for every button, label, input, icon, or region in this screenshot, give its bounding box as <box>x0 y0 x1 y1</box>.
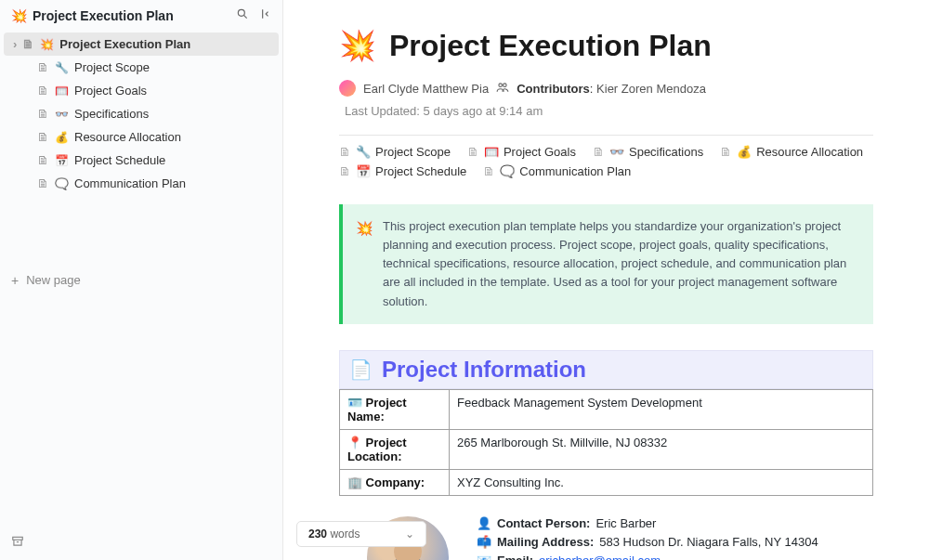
subpage-link[interactable]: 🗎🔧Project Scope <box>339 145 451 159</box>
section-heading: 📄 Project Information <box>339 350 873 389</box>
contact-field-icon: 👤 <box>477 516 491 530</box>
document-icon: 🗎 <box>37 107 49 121</box>
subpage-link[interactable]: 🗎🥅Project Goals <box>467 145 576 159</box>
document-icon: 🗎 <box>339 164 351 178</box>
subpage-label: Resource Allocation <box>756 145 863 159</box>
table-row: 📍 Project Location:265 Marlborough St. M… <box>340 429 873 469</box>
item-emoji-icon: 💰 <box>55 131 69 144</box>
item-emoji-icon: 👓 <box>55 108 69 121</box>
plus-icon: + <box>11 273 19 288</box>
sidebar-title[interactable]: 💥 Project Execution Plan <box>11 8 174 23</box>
subpage-emoji-icon: 💰 <box>737 145 752 159</box>
subpage-emoji-icon: 🥅 <box>484 145 499 159</box>
contact-field-icon: 📧 <box>477 553 491 560</box>
subpage-link[interactable]: 🗎📅Project Schedule <box>339 164 466 178</box>
new-page-label: New page <box>26 273 81 287</box>
table-value-cell: Feedback Management System Development <box>450 389 873 429</box>
item-emoji-icon: 🔧 <box>55 61 69 74</box>
sidebar-title-text: Project Execution Plan <box>33 8 174 23</box>
subpage-link[interactable]: 🗎🗨️Communication Plan <box>483 164 631 178</box>
sidebar: 💥 Project Execution Plan ›🗎💥Project Exec… <box>0 0 283 560</box>
collision-icon: 💥 <box>356 217 373 311</box>
page-title: Project Execution Plan <box>389 29 712 63</box>
sidebar-footer <box>0 526 282 560</box>
collision-icon: 💥 <box>11 8 27 23</box>
new-page-button[interactable]: + New page <box>0 266 282 295</box>
document-icon: 🗎 <box>37 60 49 74</box>
section-title: Project Information <box>382 357 586 383</box>
subpage-label: Project Schedule <box>375 164 466 178</box>
svg-line-1 <box>243 15 246 18</box>
sidebar-item[interactable]: 🗎🥅Project Goals <box>4 79 279 102</box>
contributors-icon <box>496 81 509 97</box>
document-icon: 🗎 <box>37 84 49 98</box>
document-icon: 🗎 <box>339 145 351 159</box>
subpage-emoji-icon: 🔧 <box>356 145 371 159</box>
subpages-list: 🗎🔧Project Scope🗎🥅Project Goals🗎👓Specific… <box>339 145 873 178</box>
word-count-toggle[interactable]: 230 words ⌄ <box>296 521 426 547</box>
document-icon: 🗎 <box>22 37 34 51</box>
contact-field-label: Mailing Address: <box>497 535 594 549</box>
sidebar-header-actions <box>236 7 271 23</box>
contact-field-value: 583 Hudson Dr. Niagara Falls, NY 14304 <box>599 535 818 549</box>
sidebar-item[interactable]: 🗎💰Resource Allocation <box>4 125 279 149</box>
table-label-cell: 🏢 Company: <box>340 469 450 495</box>
table-row: 🏢 Company:XYZ Consulting Inc. <box>340 469 873 495</box>
chevron-right-icon[interactable]: › <box>13 37 17 51</box>
subpage-emoji-icon: 👓 <box>609 145 624 159</box>
contributors-label: Contributors <box>517 82 590 96</box>
subpage-link[interactable]: 🗎💰Resource Allocation <box>720 145 863 159</box>
table-label-cell: 🪪 Project Name: <box>340 389 450 429</box>
collision-icon: 💥 <box>339 28 376 63</box>
sidebar-item[interactable]: 🗎🗨️Communication Plan <box>4 172 279 195</box>
callout-text: This project execution plan template hel… <box>383 217 860 311</box>
document-icon: 🗎 <box>593 145 605 159</box>
document-icon: 📄 <box>349 358 373 381</box>
callout: 💥 This project execution plan template h… <box>339 204 873 324</box>
sidebar-item[interactable]: 🗎👓Specifications <box>4 102 279 125</box>
page-meta: Earl Clyde Matthew Pia Contributors: Kie… <box>339 80 873 118</box>
contact-field-label: Email: <box>497 553 533 560</box>
chevron-down-icon: ⌄ <box>405 527 414 540</box>
sidebar-item-label: Specifications <box>74 107 149 121</box>
contact-line: 📫Mailing Address: 583 Hudson Dr. Niagara… <box>477 535 818 549</box>
contact-details: 👤Contact Person: Eric Barber📫Mailing Add… <box>477 516 818 560</box>
author-avatar <box>339 80 356 97</box>
contact-field-icon: 📫 <box>477 535 491 549</box>
word-count-number: 230 <box>308 527 327 540</box>
sidebar-item[interactable]: 🗎🔧Project Scope <box>4 56 279 79</box>
sidebar-item[interactable]: 🗎📅Project Schedule <box>4 149 279 172</box>
item-emoji-icon: 💥 <box>40 38 54 51</box>
contributors-value: Kier Zoren Mendoza <box>596 82 706 96</box>
sidebar-item[interactable]: ›🗎💥Project Execution Plan <box>4 33 279 56</box>
main-content: 💥 Project Execution Plan Earl Clyde Matt… <box>283 0 929 560</box>
divider <box>339 135 873 136</box>
table-row: 🪪 Project Name:Feedback Management Syste… <box>340 389 873 429</box>
sidebar-item-label: Resource Allocation <box>74 130 181 144</box>
svg-rect-3 <box>13 537 23 540</box>
subpage-emoji-icon: 📅 <box>356 164 371 178</box>
contact-line: 📧Email: ericbarber@email.com <box>477 553 818 560</box>
subpage-label: Specifications <box>629 145 703 159</box>
contact-email-link[interactable]: ericbarber@email.com <box>539 553 661 560</box>
document-icon: 🗎 <box>720 145 732 159</box>
svg-point-0 <box>238 9 244 16</box>
subpage-link[interactable]: 🗎👓Specifications <box>593 145 703 159</box>
search-icon[interactable] <box>236 7 249 23</box>
svg-point-6 <box>504 83 507 86</box>
author-name: Earl Clyde Matthew Pia <box>363 82 489 96</box>
contact-field-value: Eric Barber <box>595 516 656 530</box>
table-value-cell: 265 Marlborough St. Millville, NJ 08332 <box>450 429 873 469</box>
document-icon: 🗎 <box>37 130 49 144</box>
subpage-label: Project Scope <box>375 145 451 159</box>
document-icon: 🗎 <box>37 153 49 167</box>
archive-icon[interactable] <box>11 536 24 551</box>
contact-field-label: Contact Person: <box>497 516 590 530</box>
subpage-label: Communication Plan <box>519 164 631 178</box>
svg-point-5 <box>499 83 503 86</box>
sidebar-header: 💥 Project Execution Plan <box>0 0 282 31</box>
sidebar-item-label: Project Schedule <box>74 153 165 167</box>
sidebar-item-label: Communication Plan <box>74 176 186 190</box>
word-count-label: words <box>330 527 360 540</box>
collapse-sidebar-icon[interactable] <box>258 7 271 23</box>
